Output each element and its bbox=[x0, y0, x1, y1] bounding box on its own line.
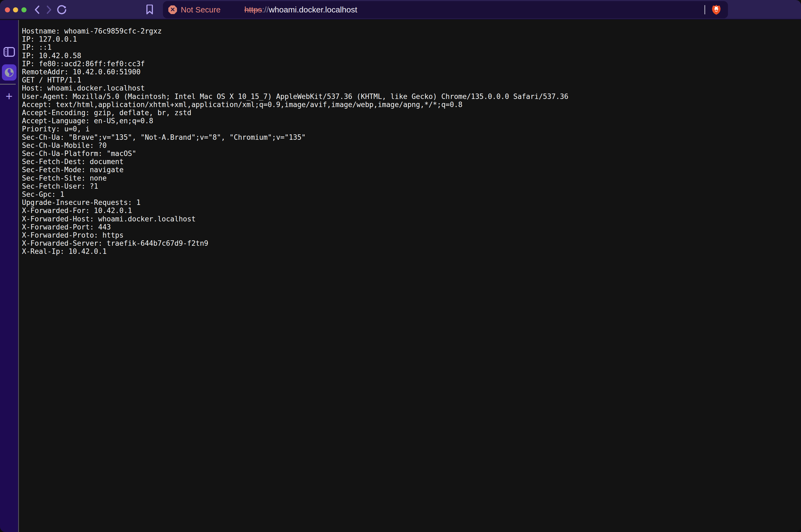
whoami-output: Hostname: whoami-76c9859cfc-2rgxz IP: 12… bbox=[22, 27, 568, 256]
sidebar-divider bbox=[0, 84, 16, 84]
address-bar[interactable]: ✕ Not Secure https://whoami.docker.local… bbox=[163, 1, 728, 18]
bookmark-button[interactable] bbox=[144, 4, 156, 16]
not-secure-label: Not Secure bbox=[181, 5, 221, 14]
zoom-window-button[interactable] bbox=[21, 7, 26, 13]
globe-icon bbox=[4, 67, 14, 78]
url-separator: :// bbox=[262, 5, 269, 14]
forward-button[interactable] bbox=[43, 4, 55, 16]
reload-icon bbox=[56, 4, 68, 16]
plus-icon: + bbox=[6, 90, 13, 102]
panel-left-icon bbox=[3, 47, 15, 57]
urlbar-divider bbox=[704, 5, 705, 14]
page-content: Hostname: whoami-76c9859cfc-2rgxz IP: 12… bbox=[19, 20, 801, 532]
tab-whoami-active[interactable] bbox=[2, 64, 17, 80]
browser-window: ✕ Not Secure https://whoami.docker.local… bbox=[0, 0, 801, 532]
chevron-left-icon bbox=[33, 5, 42, 15]
url-text[interactable]: https://whoami.docker.localhost bbox=[244, 5, 357, 14]
url-host: whoami.docker.localhost bbox=[269, 5, 357, 14]
chevron-right-icon bbox=[44, 5, 53, 15]
vertical-tabs-sidebar: + bbox=[0, 20, 18, 532]
bookmark-icon bbox=[146, 5, 154, 15]
url-scheme: https bbox=[244, 5, 262, 14]
close-window-button[interactable] bbox=[5, 7, 10, 13]
browser-toolbar: ✕ Not Secure https://whoami.docker.local… bbox=[0, 0, 801, 19]
reload-button[interactable] bbox=[56, 4, 68, 16]
brave-shields-icon[interactable] bbox=[712, 4, 721, 15]
new-tab-button[interactable]: + bbox=[0, 89, 18, 104]
not-secure-icon: ✕ bbox=[168, 5, 177, 14]
back-button[interactable] bbox=[31, 4, 43, 16]
sidebar-toggle-button[interactable] bbox=[0, 44, 18, 60]
minimize-window-button[interactable] bbox=[13, 7, 18, 13]
